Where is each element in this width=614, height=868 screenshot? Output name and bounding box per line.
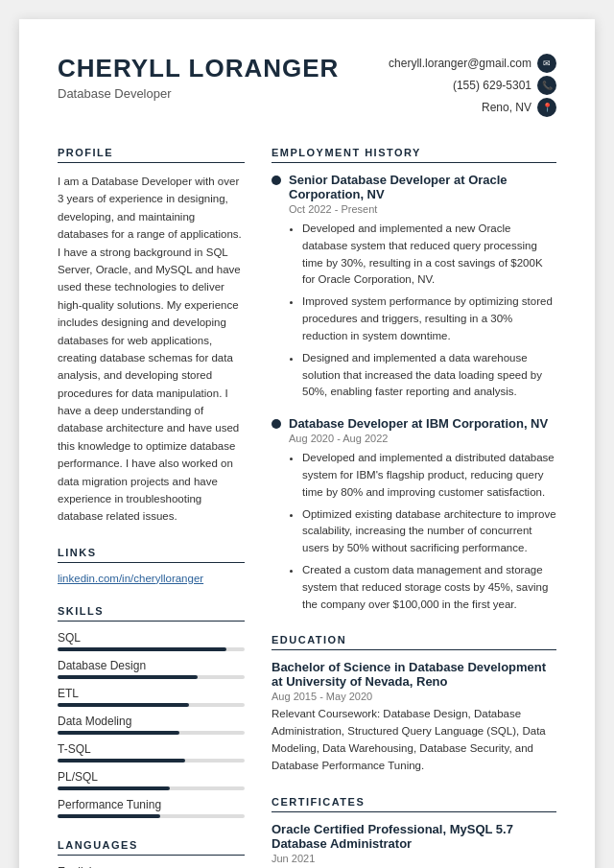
education-title: EDUCATION [272, 634, 556, 650]
skill-name: ETL [58, 687, 245, 700]
edu-desc: Relevant Coursework: Database Design, Da… [272, 706, 556, 774]
skill-bar-bg [58, 703, 245, 707]
job-item: Senior Database Developer at Oracle Corp… [272, 173, 556, 401]
phone-text: (155) 629-5301 [453, 79, 531, 92]
links-section: LINKS linkedin.com/in/cherylloranger [58, 547, 245, 584]
job-header: Database Developer at IBM Corporation, N… [272, 416, 556, 431]
linkedin-link[interactable]: linkedin.com/in/cherylloranger [58, 573, 245, 584]
skill-bar-fill [58, 759, 185, 762]
skill-bar-bg [58, 814, 245, 818]
job-item: Database Developer at IBM Corporation, N… [272, 416, 556, 613]
skill-name: Database Design [58, 659, 245, 672]
skills-list: SQL Database Design ETL Data Modeling T-… [58, 631, 245, 818]
resume-document: CHERYLL LORANGER Database Developer cher… [19, 19, 595, 868]
job-header: Senior Database Developer at Oracle Corp… [272, 173, 556, 201]
phone-icon: 📞 [537, 76, 556, 95]
job-bullet: Designed and implemented a data warehous… [302, 350, 556, 401]
languages-section: LANGUAGES English [58, 839, 245, 868]
email-text: cheryll.loranger@gmail.com [389, 57, 531, 70]
location-contact: Reno, NV 📍 [389, 98, 556, 117]
profile-text: I am a Database Developer with over 3 ye… [58, 173, 245, 526]
skill-bar-bg [58, 759, 245, 762]
skill-name: Performance Tuning [58, 798, 245, 811]
skill-item: PL/SQL [58, 770, 245, 790]
skill-name: PL/SQL [58, 770, 245, 784]
skill-bar-fill [58, 647, 226, 651]
edu-degree: Bachelor of Science in Database Developm… [272, 660, 556, 689]
skill-item: T-SQL [58, 742, 245, 762]
skill-name: SQL [58, 631, 245, 645]
header-name-block: CHERYLL LORANGER Database Developer [58, 54, 339, 101]
certificates-section: CERTIFICATES Oracle Certified Profession… [272, 796, 556, 868]
employment-title: EMPLOYMENT HISTORY [272, 147, 556, 163]
job-dot [272, 419, 281, 429]
edu-list: Bachelor of Science in Database Developm… [272, 660, 556, 774]
languages-title: LANGUAGES [58, 839, 245, 856]
skill-bar-fill [58, 731, 179, 735]
body-columns: PROFILE I am a Database Developer with o… [58, 147, 556, 868]
skill-bar-fill [58, 814, 160, 818]
job-bullet: Created a custom data management and sto… [302, 562, 556, 613]
location-text: Reno, NV [482, 101, 531, 114]
skill-item: ETL [58, 687, 245, 707]
job-bullet: Developed and implemented a new Oracle d… [302, 221, 556, 289]
skill-bar-bg [58, 647, 245, 651]
skill-bar-fill [58, 675, 198, 679]
email-icon: ✉ [537, 54, 556, 73]
skill-item: Data Modeling [58, 715, 245, 735]
job-title: Senior Database Developer at Oracle Corp… [289, 173, 556, 201]
skills-section: SKILLS SQL Database Design ETL Data Mode… [58, 605, 245, 818]
skill-bar-bg [58, 786, 245, 790]
job-bullets: Developed and implemented a new Oracle d… [289, 221, 556, 401]
skill-bar-bg [58, 731, 245, 735]
employment-section: EMPLOYMENT HISTORY Senior Database Devel… [272, 147, 556, 613]
skill-item: Performance Tuning [58, 798, 245, 818]
email-contact: cheryll.loranger@gmail.com ✉ [389, 54, 556, 73]
education-item: Bachelor of Science in Database Developm… [272, 660, 556, 774]
job-title: Database Developer at IBM Corporation, N… [289, 416, 548, 431]
edu-dates: Aug 2015 - May 2020 [272, 691, 556, 702]
certificates-title: CERTIFICATES [272, 796, 556, 812]
skills-title: SKILLS [58, 605, 245, 622]
right-column: EMPLOYMENT HISTORY Senior Database Devel… [272, 147, 556, 868]
certs-list: Oracle Certified Professional, MySQL 5.7… [272, 822, 556, 868]
skill-item: Database Design [58, 659, 245, 679]
jobs-list: Senior Database Developer at Oracle Corp… [272, 173, 556, 613]
education-section: EDUCATION Bachelor of Science in Databas… [272, 634, 556, 774]
skill-bar-bg [58, 675, 245, 679]
job-bullet: Improved system performance by optimizin… [302, 293, 556, 344]
header-contact-block: cheryll.loranger@gmail.com ✉ (155) 629-5… [389, 54, 556, 120]
location-icon: 📍 [537, 98, 556, 117]
phone-contact: (155) 629-5301 📞 [389, 76, 556, 95]
cert-date: Jun 2021 [272, 853, 556, 864]
profile-section: PROFILE I am a Database Developer with o… [58, 147, 245, 526]
job-dates: Oct 2022 - Present [289, 203, 556, 215]
skill-bar-fill [58, 703, 189, 707]
job-dot [272, 176, 281, 185]
certificate-item: Oracle Certified Professional, MySQL 5.7… [272, 822, 556, 864]
candidate-name: CHERYLL LORANGER [58, 54, 339, 83]
skill-name: Data Modeling [58, 715, 245, 728]
skill-name: T-SQL [58, 742, 245, 756]
skill-item: SQL [58, 631, 245, 651]
job-dates: Aug 2020 - Aug 2022 [289, 433, 556, 444]
candidate-title: Database Developer [58, 86, 339, 101]
cert-title: Oracle Certified Professional, MySQL 5.7… [272, 822, 556, 851]
job-bullet: Developed and implemented a distributed … [302, 450, 556, 501]
header-section: CHERYLL LORANGER Database Developer cher… [58, 54, 556, 120]
job-bullets: Developed and implemented a distributed … [289, 450, 556, 613]
job-bullet: Optimized existing database architecture… [302, 506, 556, 557]
left-column: PROFILE I am a Database Developer with o… [58, 147, 245, 868]
links-title: LINKS [58, 547, 245, 563]
profile-title: PROFILE [58, 147, 245, 163]
skill-bar-fill [58, 786, 170, 790]
